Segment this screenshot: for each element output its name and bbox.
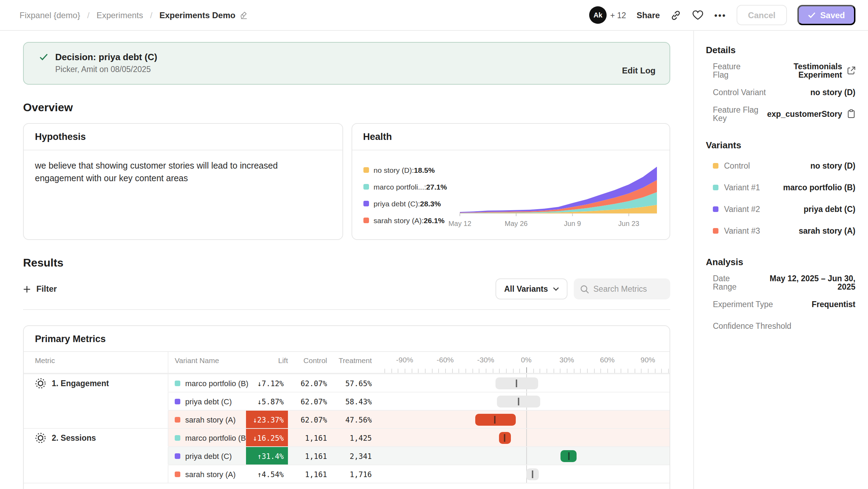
legend-label: no story (D): bbox=[374, 166, 414, 174]
detail-value-text: exp_customerStory bbox=[767, 109, 842, 118]
breadcrumb-experiments[interactable]: Experiments bbox=[96, 10, 143, 20]
ruler-tick bbox=[594, 369, 594, 373]
confidence-interval-cell bbox=[377, 374, 670, 392]
saved-button[interactable]: Saved bbox=[797, 5, 855, 25]
variant-swatch bbox=[713, 163, 718, 168]
share-button[interactable]: Share bbox=[637, 10, 660, 20]
legend-label: sarah story (A): bbox=[374, 216, 424, 225]
treatment-cell: 57.65% bbox=[333, 374, 377, 392]
table-row[interactable]: sarah story (A)↓23.37%62.07%47.56% bbox=[24, 410, 670, 428]
control-cell: 62.07% bbox=[288, 410, 333, 428]
axis-tick-label: 60% bbox=[600, 355, 615, 364]
search-metrics-input[interactable] bbox=[593, 285, 664, 293]
collaborators[interactable]: Ak + 12 bbox=[589, 6, 626, 24]
ruler-tick bbox=[472, 369, 473, 373]
lift-cell: ↓23.37% bbox=[246, 410, 288, 428]
ruler-tick bbox=[580, 369, 581, 373]
top-bar-actions: Ak + 12 Share ••• Cancel Saved bbox=[589, 5, 855, 25]
variant-value: no story (D) bbox=[810, 161, 855, 170]
legend-swatch bbox=[363, 184, 369, 190]
add-metric-button[interactable]: Add bbox=[24, 483, 670, 489]
add-filter-button[interactable]: Filter bbox=[23, 284, 57, 294]
axis-tick-label: 0% bbox=[521, 355, 531, 364]
plus-icon bbox=[23, 285, 31, 293]
metric-cell: 2. Sessions bbox=[24, 428, 168, 446]
health-chart: May 12May 26Jun 9Jun 23 bbox=[455, 155, 663, 232]
analysis-heading: Analysis bbox=[706, 257, 855, 267]
avatar[interactable]: Ak bbox=[589, 6, 607, 24]
ruler-tick bbox=[479, 369, 480, 373]
variant-swatch bbox=[175, 417, 180, 422]
variants-filter-dropdown[interactable]: All Variants bbox=[496, 278, 567, 299]
variant-swatch bbox=[713, 184, 718, 190]
zero-axis-line bbox=[526, 411, 527, 428]
variant-swatch bbox=[175, 471, 180, 477]
copy-icon[interactable] bbox=[847, 109, 855, 118]
breadcrumb-project[interactable]: Fixpanel {demo} bbox=[20, 10, 80, 20]
primary-metrics-card: Primary Metrics Metric Variant Name Lift… bbox=[23, 325, 670, 489]
copy-link-icon[interactable] bbox=[670, 9, 681, 21]
search-metrics-box[interactable] bbox=[574, 278, 670, 299]
variant-label: Variant #2 bbox=[713, 205, 760, 213]
column-header-variant: Variant Name bbox=[168, 352, 246, 373]
variant-row: Variant #1marco portfolio (B) bbox=[706, 176, 855, 198]
ruler-tick bbox=[459, 369, 460, 373]
ruler-tick bbox=[513, 369, 513, 373]
table-row[interactable]: 1. Engagementmarco portfolio (B)↓7.12%62… bbox=[24, 374, 670, 392]
variant-name: priya debt (C) bbox=[185, 397, 232, 405]
legend-item: priya debt (C): 28.3% bbox=[363, 195, 455, 212]
avatar-overflow-count: + 12 bbox=[610, 11, 626, 19]
ruler-tick bbox=[573, 369, 574, 373]
column-header-metric: Metric bbox=[24, 352, 168, 373]
ruler-tick bbox=[499, 369, 500, 373]
cancel-button[interactable]: Cancel bbox=[737, 5, 787, 25]
column-header-control: Control bbox=[288, 352, 333, 373]
ruler-tick bbox=[553, 369, 554, 373]
detail-value-text: no story (D) bbox=[810, 88, 855, 96]
ruler-tick bbox=[634, 369, 635, 373]
variant-label-text: Variant #1 bbox=[724, 183, 760, 191]
variant-swatch bbox=[175, 435, 180, 440]
metrics-table-header: Metric Variant Name Lift Control Treatme… bbox=[24, 352, 670, 374]
point-estimate-tick bbox=[504, 434, 505, 441]
svg-text:May 12: May 12 bbox=[448, 220, 471, 227]
external-link-icon[interactable] bbox=[847, 66, 855, 75]
confidence-interval-cell bbox=[377, 465, 670, 483]
variant-name: marco portfolio (B) bbox=[185, 433, 248, 442]
lift-cell: ↑4.54% bbox=[246, 465, 288, 483]
hypothesis-title: Hypothesis bbox=[24, 124, 342, 150]
legend-value: 27.1% bbox=[426, 183, 447, 191]
detail-value: no story (D) bbox=[810, 88, 855, 96]
axis-tick-label: 90% bbox=[641, 355, 655, 364]
variant-value: priya debt (C) bbox=[804, 205, 855, 213]
favorite-heart-icon[interactable] bbox=[692, 10, 704, 20]
variant-name: sarah story (A) bbox=[185, 415, 236, 424]
ruler-tick bbox=[445, 369, 446, 373]
variant-label: Control bbox=[713, 161, 750, 170]
lift-cell: ↓5.87% bbox=[246, 392, 288, 410]
analysis-row: Experiment TypeFrequentist bbox=[706, 293, 855, 315]
more-options-icon[interactable]: ••• bbox=[714, 10, 726, 20]
variant-cell: marco portfolio (B) bbox=[168, 428, 246, 446]
ruler-tick bbox=[520, 369, 520, 373]
variant-cell: priya debt (C) bbox=[168, 446, 246, 465]
ruler-tick bbox=[628, 369, 628, 373]
column-header-treatment: Treatment bbox=[333, 352, 377, 373]
detail-row: Feature Flag Keyexp_customerStory bbox=[706, 103, 855, 125]
svg-text:Jun 9: Jun 9 bbox=[564, 220, 581, 227]
legend-value: 26.1% bbox=[424, 216, 445, 225]
analysis-row: Date RangeMay 12, 2025 – Jun 30, 2025 bbox=[706, 271, 855, 293]
table-row[interactable]: priya debt (C)↓5.87%62.07%58.43% bbox=[24, 392, 670, 410]
variant-label-text: Variant #3 bbox=[724, 226, 760, 235]
lift-cell: ↓16.25% bbox=[246, 428, 288, 446]
table-row[interactable]: 2. Sessionsmarco portfolio (B)↓16.25%1,1… bbox=[24, 428, 670, 446]
table-row[interactable]: priya debt (C)↑31.4%1,1612,341 bbox=[24, 446, 670, 465]
table-row[interactable]: sarah story (A)↑4.54%1,1611,716 bbox=[24, 465, 670, 483]
lift-cell: ↓7.12% bbox=[246, 374, 288, 392]
ruler-tick bbox=[560, 369, 561, 373]
edit-log-button[interactable]: Edit Log bbox=[622, 66, 656, 76]
control-cell: 1,161 bbox=[288, 465, 333, 483]
analysis-label: Experiment Type bbox=[713, 300, 773, 308]
breadcrumb-current[interactable]: Experiments Demo bbox=[159, 10, 248, 20]
ruler-tick bbox=[533, 369, 534, 373]
